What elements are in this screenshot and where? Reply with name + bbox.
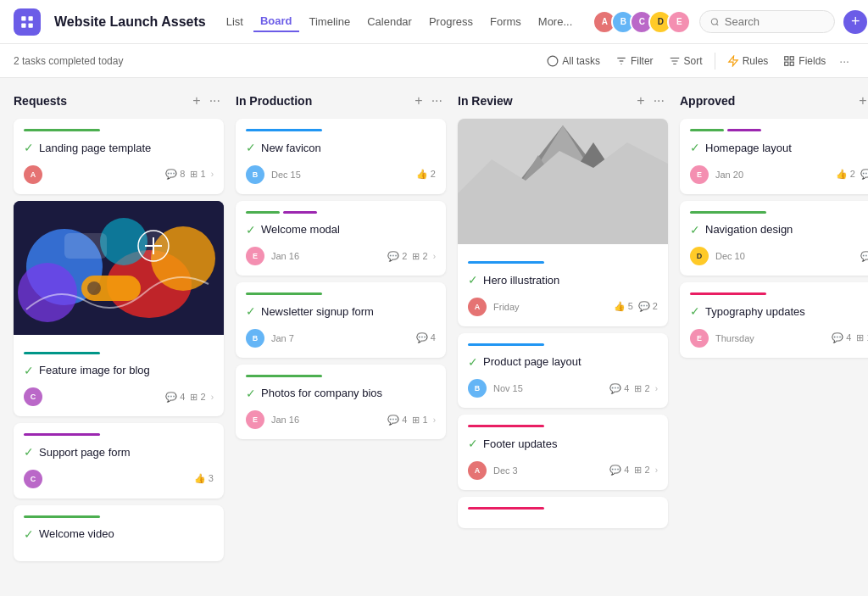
card-footer: A 💬 8 ⊞ 1 › — [24, 165, 214, 184]
all-tasks-button[interactable]: All tasks — [540, 52, 607, 70]
project-title: Website Launch Assets — [54, 14, 206, 30]
header-nav: List Board Timeline Calendar Progress Fo… — [220, 11, 580, 32]
column-add-requests[interactable]: + — [187, 92, 205, 110]
card-footer: E Jan 16 💬 2 ⊞ 2 › — [246, 247, 436, 265]
svg-rect-2 — [21, 23, 25, 27]
nav-timeline[interactable]: Timeline — [303, 12, 358, 31]
card-title-text: Typography updates — [705, 304, 805, 320]
expand-icon[interactable]: › — [211, 170, 214, 179]
nav-calendar[interactable]: Calendar — [360, 12, 419, 31]
check-icon: ✓ — [246, 222, 256, 239]
card-title-text: Navigation design — [705, 222, 793, 237]
avatar-group: A B C D E — [593, 10, 691, 34]
column-in-production: In Production + ··· ✓ New favicon B Dec … — [236, 92, 446, 446]
svg-rect-11 — [785, 62, 788, 65]
column-header-in-review: In Review + ··· — [458, 92, 668, 110]
filter-button[interactable]: Filter — [609, 52, 660, 70]
add-button[interactable]: + — [843, 10, 867, 34]
card-bar — [246, 375, 322, 377]
card-welcome-video[interactable]: ✓ Welcome video — [14, 505, 224, 562]
expand-icon[interactable]: › — [433, 252, 436, 261]
nav-board[interactable]: Board — [253, 11, 299, 32]
card-navigation-design[interactable]: ✓ Navigation design D Dec 10 💬 3 — [680, 201, 868, 276]
nav-progress[interactable]: Progress — [422, 12, 480, 31]
card-newsletter-form[interactable]: ✓ Newsletter signup form B Jan 7 💬 4 — [236, 282, 446, 358]
card-date: Friday — [493, 302, 607, 312]
toolbar: 2 tasks completed today All tasks Filter… — [0, 44, 868, 78]
card-footer-updates[interactable]: ✓ Footer updates A Dec 3 💬 4 ⊞ 2 › — [458, 415, 668, 490]
more-options-button[interactable]: ··· — [834, 51, 854, 71]
card-bar — [468, 507, 544, 510]
card-product-page[interactable]: ✓ Product page layout B Nov 15 💬 4 ⊞ 2 › — [458, 333, 668, 409]
comments-count: 💬 8 — [165, 169, 185, 180]
toolbar-right: All tasks Filter Sort Rules Fields ··· — [540, 51, 854, 71]
rules-button[interactable]: Rules — [721, 52, 776, 70]
fields-label: Fields — [798, 55, 826, 67]
card-footer: E Jan 16 💬 4 ⊞ 1 › — [246, 410, 436, 429]
nav-list[interactable]: List — [220, 12, 250, 31]
svg-point-20 — [87, 281, 101, 295]
svg-rect-9 — [785, 56, 788, 59]
card-company-bios[interactable]: ✓ Photos for company bios E Jan 16 💬 4 ⊞… — [236, 365, 446, 440]
card-bar — [24, 352, 100, 354]
card-avatar: B — [246, 329, 264, 348]
card-feature-image[interactable]: ✓ Feature image for blog C 💬 4 ⊞ 2 › — [14, 201, 224, 417]
comments-count: 💬 3 — [860, 251, 868, 262]
card-footer: D Dec 10 💬 3 — [690, 247, 868, 265]
column-more-requests[interactable]: ··· — [206, 92, 224, 110]
mountain-image — [458, 119, 668, 244]
card-title: ✓ Welcome modal — [246, 222, 436, 239]
column-cards-in-production: ✓ New favicon B Dec 15 👍 2 — [236, 119, 446, 439]
card-bar — [468, 343, 544, 346]
fields-button[interactable]: Fields — [776, 52, 832, 70]
nav-more[interactable]: More... — [531, 12, 579, 31]
card-new-favicon[interactable]: ✓ New favicon B Dec 15 👍 2 — [236, 119, 446, 194]
check-icon: ✓ — [246, 140, 256, 157]
column-add-approved[interactable]: + — [854, 92, 868, 110]
card-title: ✓ Landing page template — [24, 140, 214, 157]
column-title-in-production: In Production — [236, 94, 406, 108]
nav-forms[interactable]: Forms — [483, 12, 528, 31]
filter-label: Filter — [631, 55, 654, 67]
card-avatar: E — [246, 247, 264, 265]
card-footer: E Jan 20 👍 2 💬 4 — [690, 165, 868, 184]
comments-count: 💬 4 — [387, 415, 407, 426]
card-typography-updates[interactable]: ✓ Typography updates E Thursday 💬 4 ⊞ 1 … — [680, 282, 868, 358]
svg-point-4 — [712, 19, 718, 25]
card-footer: B Dec 15 👍 2 — [246, 165, 436, 184]
card-welcome-modal[interactable]: ✓ Welcome modal E Jan 16 💬 2 ⊞ 2 › — [236, 201, 446, 276]
card-meta: 👍 2 💬 4 — [836, 169, 868, 180]
check-icon: ✓ — [24, 526, 34, 543]
check-icon: ✓ — [468, 272, 478, 289]
card-landing-page[interactable]: ✓ Landing page template A 💬 8 ⊞ 1 › — [14, 119, 224, 194]
column-header-in-production: In Production + ··· — [236, 92, 446, 110]
card-support-page[interactable]: ✓ Support page form C 👍 3 — [14, 423, 224, 499]
column-cards-requests: ✓ Landing page template A 💬 8 ⊞ 1 › — [14, 119, 224, 561]
card-partial-review[interactable] — [458, 497, 668, 528]
card-title-text: New favicon — [261, 141, 321, 156]
card-footer: A Friday 👍 5 💬 2 — [468, 298, 658, 316]
column-add-in-production[interactable]: + — [409, 92, 427, 110]
all-tasks-icon — [547, 55, 559, 67]
card-avatar: D — [690, 247, 709, 265]
search-input[interactable] — [725, 15, 824, 28]
subtasks-count: ⊞ 2 — [634, 383, 649, 394]
card-meta: 👍 3 — [194, 473, 214, 484]
svg-point-5 — [548, 56, 558, 66]
expand-icon[interactable]: › — [211, 393, 214, 402]
column-more-in-production[interactable]: ··· — [428, 92, 446, 110]
expand-icon[interactable]: › — [655, 384, 658, 393]
column-more-in-review[interactable]: ··· — [650, 92, 668, 110]
search-box[interactable] — [699, 10, 835, 33]
card-title-text: Photos for company bios — [261, 386, 382, 401]
column-add-in-review[interactable]: + — [632, 92, 649, 110]
column-header-approved: Approved + ··· — [680, 92, 868, 110]
expand-icon[interactable]: › — [655, 465, 658, 475]
sort-button[interactable]: Sort — [662, 52, 709, 70]
card-title-text: Newsletter signup form — [261, 304, 374, 320]
card-body: ✓ Feature image for blog C 💬 4 ⊞ 2 › — [14, 343, 224, 417]
card-hero-illustration[interactable]: ✓ Hero illustration A Friday 👍 5 💬 2 — [458, 119, 668, 326]
card-homepage-layout[interactable]: ✓ Homepage layout E Jan 20 👍 2 💬 4 — [680, 119, 868, 194]
check-icon: ✓ — [690, 304, 700, 320]
expand-icon[interactable]: › — [433, 415, 436, 425]
